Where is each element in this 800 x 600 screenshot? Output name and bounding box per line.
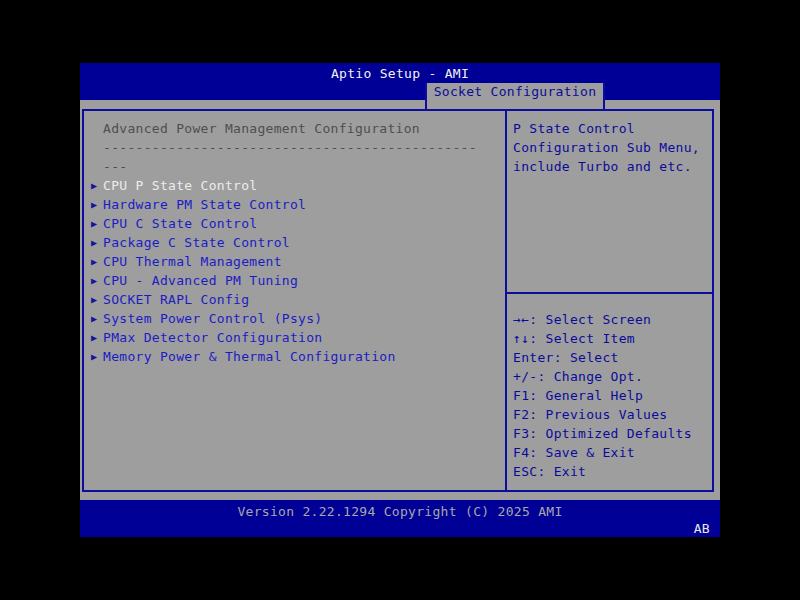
footer-bar: Version 2.22.1294 Copyright (C) 2025 AMI… [80, 500, 720, 537]
legend-change-opt: +/-: Change Opt. [513, 367, 712, 386]
menu-item-label: CPU P State Control [103, 178, 257, 193]
menu-item-label: System Power Control (Psys) [103, 311, 322, 326]
submenu-arrow-icon: ▶ [91, 195, 103, 214]
legend-f4-save-exit: F4: Save & Exit [513, 443, 712, 462]
help-text-line: include Turbo and etc. [513, 157, 712, 176]
menu-item-cpu-c-state-control[interactable]: ▶CPU C State Control [84, 214, 505, 233]
legend-f2-previous-values: F2: Previous Values [513, 405, 712, 424]
menu-item-label: PMax Detector Configuration [103, 330, 322, 345]
content-box: Advanced Power Management Configuration … [82, 109, 714, 492]
menu-item-socket-rapl-config[interactable]: ▶SOCKET RAPL Config [84, 290, 505, 309]
legend-f1-general-help: F1: General Help [513, 386, 712, 405]
tab-socket-configuration[interactable]: Socket Configuration [425, 83, 605, 109]
legend-enter-select: Enter: Select [513, 348, 712, 367]
header-bar: Aptio Setup - AMI [80, 63, 720, 100]
submenu-arrow-icon: ▶ [91, 347, 103, 366]
submenu-arrow-icon: ▶ [91, 176, 103, 195]
section-title: Advanced Power Management Configuration [103, 119, 505, 138]
submenu-arrow-icon: ▶ [91, 233, 103, 252]
menu-item-label: CPU - Advanced PM Tuning [103, 273, 298, 288]
menu-item-cpu-p-state-control[interactable]: ▶CPU P State Control [84, 176, 505, 195]
menu-panel: Advanced Power Management Configuration … [84, 111, 505, 490]
menu-item-label: Hardware PM State Control [103, 197, 306, 212]
help-panel: P State Control Configuration Sub Menu, … [507, 111, 712, 490]
main-area: Advanced Power Management Configuration … [80, 100, 720, 500]
menu-item-label: Package C State Control [103, 235, 290, 250]
help-text-line: Configuration Sub Menu, [513, 138, 712, 157]
menu-item-label: SOCKET RAPL Config [103, 292, 249, 307]
legend-separator [507, 292, 712, 294]
version-text: Version 2.22.1294 Copyright (C) 2025 AMI [80, 500, 720, 520]
submenu-arrow-icon: ▶ [91, 309, 103, 328]
menu-item-memory-power-thermal-configuration[interactable]: ▶Memory Power & Thermal Configuration [84, 347, 505, 366]
menu-item-pmax-detector-configuration[interactable]: ▶PMax Detector Configuration [84, 328, 505, 347]
menu-item-cpu-advanced-pm-tuning[interactable]: ▶CPU - Advanced PM Tuning [84, 271, 505, 290]
legend-select-screen: →←: Select Screen [513, 310, 712, 329]
legend-f3-optimized-defaults: F3: Optimized Defaults [513, 424, 712, 443]
page-title: Aptio Setup - AMI [80, 63, 720, 81]
menu-item-package-c-state-control[interactable]: ▶Package C State Control [84, 233, 505, 252]
build-id: AB [80, 521, 720, 536]
section-separator-line1: ----------------------------------------… [103, 138, 505, 157]
menu-item-label: Memory Power & Thermal Configuration [103, 349, 396, 364]
menu-item-label: CPU Thermal Management [103, 254, 282, 269]
menu-item-hardware-pm-state-control[interactable]: ▶Hardware PM State Control [84, 195, 505, 214]
menu-item-system-power-control-psys[interactable]: ▶System Power Control (Psys) [84, 309, 505, 328]
menu-item-label: CPU C State Control [103, 216, 257, 231]
submenu-arrow-icon: ▶ [91, 328, 103, 347]
legend-select-item: ↑↓: Select Item [513, 329, 712, 348]
legend-esc-exit: ESC: Exit [513, 462, 712, 481]
help-text-line: P State Control [513, 119, 712, 138]
submenu-arrow-icon: ▶ [91, 252, 103, 271]
submenu-arrow-icon: ▶ [91, 271, 103, 290]
submenu-arrow-icon: ▶ [91, 290, 103, 309]
submenu-arrow-icon: ▶ [91, 214, 103, 233]
help-text: P State Control Configuration Sub Menu, … [507, 111, 712, 176]
section-separator-line2: --- [103, 157, 505, 176]
hotkey-legend: →←: Select Screen ↑↓: Select Item Enter:… [507, 292, 712, 481]
bios-setup-screen: Aptio Setup - AMI Socket Configuration A… [80, 63, 720, 537]
menu-item-cpu-thermal-management[interactable]: ▶CPU Thermal Management [84, 252, 505, 271]
